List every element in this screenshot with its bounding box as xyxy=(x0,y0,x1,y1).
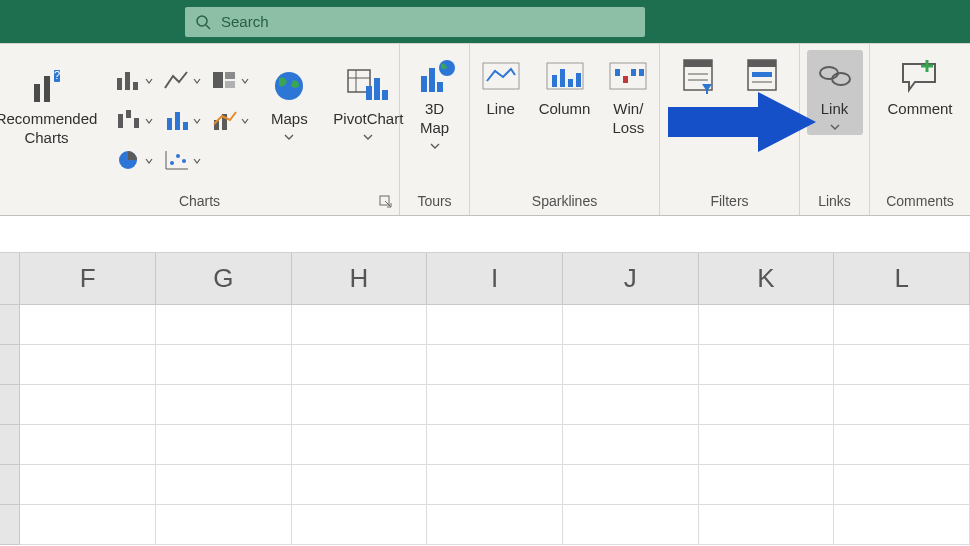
group-tours-label: Tours xyxy=(408,193,461,213)
group-sparklines-label: Sparklines xyxy=(478,193,651,213)
cell[interactable] xyxy=(563,425,699,465)
column-header[interactable]: H xyxy=(292,253,428,305)
cell[interactable] xyxy=(156,385,292,425)
cell[interactable] xyxy=(20,385,156,425)
sparkline-column-button[interactable]: Column xyxy=(533,50,597,123)
row-header[interactable] xyxy=(0,305,20,345)
chart-line-button[interactable] xyxy=(161,64,203,96)
titlebar xyxy=(0,0,970,43)
cell[interactable] xyxy=(156,465,292,505)
chart-statistic-button[interactable] xyxy=(161,104,203,136)
cell[interactable] xyxy=(292,305,428,345)
search-box[interactable] xyxy=(185,7,645,37)
cell[interactable] xyxy=(427,385,563,425)
sparkline-line-button[interactable]: Line xyxy=(473,50,529,123)
select-all-corner[interactable] xyxy=(0,253,20,305)
cell[interactable] xyxy=(563,505,699,545)
pivotchart-button[interactable]: PivotChart xyxy=(327,60,409,145)
cell[interactable] xyxy=(834,305,970,345)
sparkline-line-label: Line xyxy=(486,100,514,119)
svg-rect-3 xyxy=(44,76,50,102)
row-header[interactable] xyxy=(0,465,20,505)
cell[interactable] xyxy=(427,425,563,465)
3d-map-icon xyxy=(413,54,457,98)
cell[interactable] xyxy=(834,385,970,425)
svg-rect-10 xyxy=(225,72,235,79)
cell[interactable] xyxy=(699,345,835,385)
chart-scatter-button[interactable] xyxy=(161,144,203,176)
cell[interactable] xyxy=(292,505,428,545)
cell[interactable] xyxy=(563,385,699,425)
cell[interactable] xyxy=(699,385,835,425)
slicer-button[interactable] xyxy=(670,50,726,102)
pivotchart-label: PivotChart xyxy=(333,110,403,129)
charts-dialog-launcher[interactable] xyxy=(379,195,393,209)
cell[interactable] xyxy=(292,465,428,505)
chart-waterfall-button[interactable] xyxy=(113,104,155,136)
timeline-button[interactable] xyxy=(734,50,790,102)
column-header[interactable]: J xyxy=(563,253,699,305)
column-header[interactable]: G xyxy=(156,253,292,305)
cell[interactable] xyxy=(699,505,835,545)
cell[interactable] xyxy=(20,465,156,505)
svg-rect-8 xyxy=(133,82,138,90)
svg-rect-54 xyxy=(748,60,776,67)
cell[interactable] xyxy=(156,305,292,345)
cell[interactable] xyxy=(834,465,970,505)
group-filters: Filters xyxy=(660,44,800,215)
cell[interactable] xyxy=(563,305,699,345)
cell[interactable] xyxy=(20,505,156,545)
cell[interactable] xyxy=(20,425,156,465)
chart-column-button[interactable] xyxy=(113,64,155,96)
svg-rect-13 xyxy=(126,110,131,118)
cell[interactable] xyxy=(20,305,156,345)
cell[interactable] xyxy=(427,505,563,545)
cell[interactable] xyxy=(427,345,563,385)
recommended-charts-button[interactable]: ? Recommended Charts xyxy=(0,60,103,152)
cell[interactable] xyxy=(427,305,563,345)
comment-button[interactable]: Comment xyxy=(881,50,958,123)
svg-text:?: ? xyxy=(54,69,60,81)
worksheet-grid[interactable]: F G H I J K L xyxy=(0,252,970,545)
cell[interactable] xyxy=(834,505,970,545)
cell[interactable] xyxy=(563,345,699,385)
row-header[interactable] xyxy=(0,425,20,465)
group-links: Link Links xyxy=(800,44,870,215)
cell[interactable] xyxy=(834,345,970,385)
cell[interactable] xyxy=(427,465,563,505)
cell[interactable] xyxy=(292,385,428,425)
sparkline-winloss-button[interactable]: Win/ Loss xyxy=(600,50,656,142)
grid-row xyxy=(0,425,970,465)
chart-hierarchy-button[interactable] xyxy=(209,64,251,96)
cell[interactable] xyxy=(699,465,835,505)
chart-pie-button[interactable] xyxy=(113,144,155,176)
link-button[interactable]: Link xyxy=(807,50,863,135)
cell[interactable] xyxy=(156,425,292,465)
3d-map-button[interactable]: 3D Map xyxy=(407,50,463,154)
cell[interactable] xyxy=(699,305,835,345)
cell[interactable] xyxy=(20,345,156,385)
column-header[interactable]: I xyxy=(427,253,563,305)
svg-rect-34 xyxy=(421,76,427,92)
row-header[interactable] xyxy=(0,505,20,545)
column-header[interactable]: F xyxy=(20,253,156,305)
cell[interactable] xyxy=(834,425,970,465)
cell[interactable] xyxy=(156,345,292,385)
cell[interactable] xyxy=(699,425,835,465)
cell[interactable] xyxy=(292,345,428,385)
column-header[interactable]: L xyxy=(834,253,970,305)
row-header[interactable] xyxy=(0,345,20,385)
search-input[interactable] xyxy=(221,13,635,30)
column-header[interactable]: K xyxy=(699,253,835,305)
chart-combo-button[interactable] xyxy=(209,104,251,136)
sparkline-winloss-icon xyxy=(606,54,650,98)
grid-row xyxy=(0,305,970,345)
link-label: Link xyxy=(821,100,849,119)
row-header[interactable] xyxy=(0,385,20,425)
cell[interactable] xyxy=(156,505,292,545)
cell[interactable] xyxy=(292,425,428,465)
maps-button[interactable]: Maps xyxy=(261,60,317,145)
group-charts: ? Recommended Charts xyxy=(0,44,400,215)
svg-point-23 xyxy=(170,161,174,165)
cell[interactable] xyxy=(563,465,699,505)
